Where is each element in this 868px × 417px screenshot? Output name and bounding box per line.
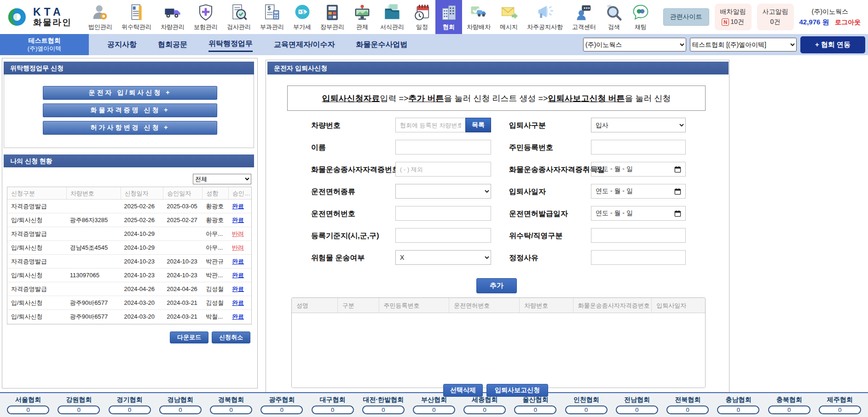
join-type-select[interactable]: 입사 — [591, 118, 686, 132]
delete-selected-button[interactable]: 선택삭제 — [443, 384, 483, 397]
footer-association-count[interactable]: 0 — [616, 406, 658, 414]
status-link[interactable]: 반려 — [232, 244, 244, 251]
license-no-input[interactable] — [395, 206, 491, 221]
company-name: (주)이노웍스 — [799, 7, 861, 17]
top-menu-shield[interactable]: 보험관리 — [189, 0, 222, 34]
top-menu-assoc[interactable]: 협회 — [435, 0, 462, 34]
footer-association-count[interactable]: 0 — [159, 406, 202, 414]
join-type-label: 입퇴사구분 — [509, 121, 546, 131]
status-col-header: 신청일자 — [121, 187, 163, 199]
top-menu-control[interactable]: 관제 — [349, 0, 376, 34]
company-select[interactable]: (주)이노웍스 — [583, 38, 686, 51]
footer-association-name: 광주협회 — [269, 396, 295, 404]
top-menu-support[interactable]: 고객센터 — [567, 0, 601, 34]
reg-base-label: 등록기준지(시,군,구) — [311, 231, 379, 241]
footer-association-count[interactable]: 0 — [717, 406, 759, 414]
footer-association-count[interactable]: 0 — [109, 406, 151, 414]
association-selector-box[interactable]: 테스트협회 (주)엘아이텍 — [0, 34, 89, 55]
footer-association-count[interactable]: 0 — [7, 406, 49, 414]
status-link[interactable]: 완료 — [232, 203, 244, 210]
top-menu-inspect[interactable]: 검사관리 — [222, 0, 255, 34]
vehicle-no-input[interactable] — [395, 118, 465, 132]
footer-association-count[interactable]: 0 — [514, 406, 556, 414]
related-sites-button[interactable]: 관련사이트 — [663, 8, 709, 26]
footer-association-count[interactable]: 0 — [463, 406, 506, 414]
footer-association-count[interactable]: 0 — [565, 406, 608, 414]
footer-association-count[interactable]: 0 — [58, 406, 100, 414]
top-menu-corp[interactable]: 법인관리 — [84, 0, 117, 34]
top-menu-vat[interactable]: $부가세 — [289, 0, 316, 34]
footer-association-count[interactable]: 0 — [666, 406, 709, 414]
reg-base-input[interactable] — [395, 228, 491, 243]
status-link[interactable]: 반려 — [232, 230, 244, 237]
status-filter-select[interactable]: 전체 — [193, 174, 251, 184]
status-link[interactable]: 완료 — [232, 299, 244, 306]
consign-type-input[interactable] — [591, 228, 686, 243]
status-link[interactable]: 완료 — [232, 286, 244, 292]
correction-reason-input[interactable] — [591, 250, 686, 265]
top-menu-forms[interactable]: 서식관리 — [376, 0, 409, 34]
footer-association-count[interactable]: 0 — [819, 406, 861, 414]
footer-association-count[interactable]: 0 — [362, 406, 405, 414]
download-button[interactable]: 다운로드 — [170, 331, 208, 343]
association-select[interactable]: 테스트협회 [(주)엘아이텍] — [690, 38, 797, 51]
nav-item-1[interactable]: 협회공문 — [158, 38, 187, 51]
association-link-button[interactable]: + 협회 연동 — [800, 36, 865, 53]
footer-association-count[interactable]: 0 — [413, 406, 455, 414]
pending-col-header: 구분 — [337, 298, 379, 313]
footer-association-count[interactable]: 0 — [312, 406, 354, 414]
status-col-header: 승인여부 — [228, 187, 251, 199]
dangerous-select[interactable]: X — [395, 250, 491, 265]
resident-no-input[interactable] — [591, 140, 686, 154]
permission-change-apply-button[interactable]: 허가사항변경 신청 + — [43, 121, 217, 135]
top-menu-chat[interactable]: 채팅 — [627, 0, 654, 34]
status-link[interactable]: 완료 — [232, 272, 244, 279]
nav-item-3[interactable]: 교육면제자/이수자 — [274, 38, 335, 51]
name-input[interactable] — [395, 140, 491, 154]
chat-icon — [632, 3, 649, 22]
nav-item-0[interactable]: 공지사항 — [107, 38, 137, 51]
pending-list-table: 성명구분주민등록번호운전면허번호차량번호화물운송종사자자격증번호입퇴사일자 — [291, 297, 706, 388]
nav-item-2[interactable]: 위탁행정업무 — [208, 37, 253, 52]
top-menu-notice[interactable]: 차주공지사항 — [522, 0, 567, 34]
logout-button[interactable]: 로그아웃 — [835, 18, 861, 26]
top-menu-message[interactable]: 메시지 — [495, 0, 522, 34]
kta-logo-icon — [6, 6, 29, 29]
footer-association-count[interactable]: 0 — [768, 406, 810, 414]
top-menu-contract[interactable]: 위수탁관리 — [117, 0, 156, 34]
consign-type-label: 위수탁/직영구분 — [509, 231, 562, 241]
status-link[interactable]: 완료 — [232, 217, 244, 223]
cargo-certificate-apply-button[interactable]: 화물자격증명 신청 + — [43, 103, 217, 117]
accident-alert-box[interactable]: 사고알림 0건 — [757, 4, 794, 30]
vehicle-no-list-button[interactable]: 목록 — [465, 118, 491, 132]
license-issue-date-label: 운전면허발급일자 — [509, 209, 568, 219]
footer-association-count[interactable]: 0 — [210, 406, 252, 414]
kta-logo[interactable]: KTA 화물라인 — [0, 6, 84, 29]
join-date-date-input[interactable]: 연도 - 월 - 일 — [591, 184, 686, 199]
footer-association-count[interactable]: 0 — [260, 406, 303, 414]
status-cell: 경남45조4545 — [66, 241, 121, 254]
top-menu-search[interactable]: 검색 — [601, 0, 627, 34]
license-type-select[interactable] — [395, 184, 491, 199]
top-menu-ledger[interactable]: 장부관리 — [316, 0, 349, 34]
dispatch-alert-box[interactable]: 배차알림 N10건 — [715, 4, 752, 30]
cert-date-date-input[interactable]: 연도 - 월 - 일 — [591, 162, 686, 177]
nav-item-4[interactable]: 화물운수사업법 — [356, 38, 407, 51]
report-join-leave-button[interactable]: 입퇴사보고신청 — [486, 384, 548, 397]
driver-join-leave-apply-button[interactable]: 운전자 입/퇴사신청 + — [43, 86, 217, 100]
top-menu-levy[interactable]: $부과관리 — [255, 0, 289, 34]
top-menu-schedule[interactable]: 일정 — [409, 0, 435, 34]
status-table-row: 자격증명발급2025-02-262025-03-05황광호완료 — [7, 200, 251, 213]
pending-col-header: 차량번호 — [519, 298, 573, 313]
status-link[interactable]: 완료 — [232, 258, 244, 265]
top-menu-dispatch[interactable]: 차량배차 — [462, 0, 495, 34]
top-menu-truck[interactable]: 차량관리 — [156, 0, 189, 34]
footer-association-name: 서울협회 — [15, 396, 41, 404]
cancel-application-button[interactable]: 신청취소 — [212, 331, 250, 343]
add-button[interactable]: 추가 — [476, 278, 517, 293]
status-table-row: 입/퇴사신청경남45조45452024-10-29아무...반려 — [7, 241, 251, 255]
notice-segment: 추가 버튼 — [408, 93, 444, 104]
license-issue-date-date-input[interactable]: 연도 - 월 - 일 — [591, 206, 686, 221]
status-link[interactable]: 완료 — [232, 313, 244, 320]
cert-no-input[interactable] — [395, 162, 491, 177]
